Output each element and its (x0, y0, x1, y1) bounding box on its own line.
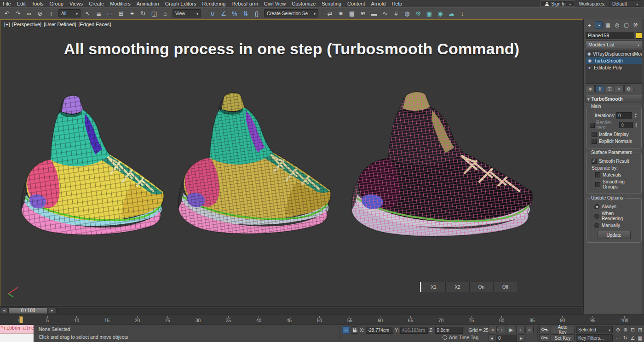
listener-line[interactable] (0, 334, 34, 342)
menu-item[interactable]: Modifiers (110, 1, 131, 6)
select-and-move[interactable]: + (127, 8, 137, 18)
menu-item[interactable]: RebusFarm (231, 1, 258, 6)
y-coordinate-field[interactable]: 416.163cm (400, 327, 428, 334)
snaps-toggle[interactable]: ∪ (207, 8, 218, 18)
zoom-extents-button[interactable]: ⊡ (629, 326, 636, 333)
go-to-end-button[interactable]: » (525, 326, 534, 333)
set-key-button[interactable]: Set Key (551, 334, 575, 342)
pin-stack-button[interactable]: ∗ (586, 85, 595, 92)
unlink-selection-button[interactable]: ⊘ (35, 8, 45, 18)
material-editor-button[interactable]: ◍ (402, 8, 412, 18)
tab-create[interactable]: + (586, 21, 593, 29)
track-bar-ruler[interactable]: 0510152025303540455055606570758085909510… (0, 314, 644, 325)
sign-in-button[interactable]: Sign In (540, 0, 575, 7)
play-button[interactable]: ▶ (507, 326, 515, 333)
reference-coordinate-dropdown[interactable]: View (172, 9, 201, 17)
render-in-cloud-button[interactable]: ☁ (446, 8, 456, 18)
zoom-all-button[interactable]: ⊜ (622, 326, 629, 333)
overlay-button[interactable]: Off (493, 282, 517, 292)
overlay-button[interactable]: X2 (445, 282, 469, 292)
modifier-visibility-icon[interactable]: ◉ (587, 58, 592, 63)
zoom-button[interactable]: ⊕ (615, 326, 621, 333)
modifier-visibility-icon[interactable]: ▸ (587, 65, 592, 70)
configure-modifier-sets-button[interactable]: ⚙ (624, 85, 633, 92)
select-and-place-button[interactable]: ⌂ (160, 8, 170, 18)
render-iters-spinner[interactable] (634, 122, 638, 128)
menu-item[interactable]: Graph Editors (165, 1, 196, 6)
render-production-button[interactable]: ◉ (435, 8, 445, 18)
explicit-normals-checkbox[interactable] (592, 139, 597, 144)
rectangular-selection-region-button[interactable]: ▭ (105, 8, 115, 18)
time-slider[interactable]: ◂ 0 / 100 ▸ (0, 306, 583, 314)
remove-modifier-button[interactable]: × (615, 85, 624, 92)
menu-item[interactable]: Help (391, 1, 402, 6)
modifier-visibility-icon[interactable]: ◉ (587, 51, 591, 56)
edit-named-selection-sets-button[interactable]: {} (252, 8, 262, 18)
menu-item[interactable]: File (3, 1, 11, 6)
modifier-stack-row[interactable]: ◉ TurboSmooth (586, 57, 642, 64)
make-unique-button[interactable]: ◫ (605, 85, 614, 92)
render-setup-button[interactable]: ⚙ (413, 8, 423, 18)
menu-item[interactable]: Scripting (322, 1, 341, 6)
menu-item[interactable]: Arnold (371, 1, 386, 6)
menu-item[interactable]: Rendering (202, 1, 226, 6)
go-to-start-button[interactable]: « (489, 326, 497, 333)
render-iters-field[interactable]: 0 (619, 122, 632, 128)
materials-checkbox[interactable] (595, 172, 600, 177)
menu-item[interactable]: Create (89, 1, 104, 6)
time-slider-handle[interactable]: 0 / 100 (8, 308, 48, 314)
maxscript-mini-listener[interactable]: "ribbon alre (0, 325, 34, 342)
auto-key-button[interactable]: Auto Key (551, 326, 575, 333)
toggle-layer-explorer-button[interactable]: ≋ (358, 8, 368, 18)
iterations-spinner[interactable] (633, 112, 638, 119)
overlay-button[interactable]: On (469, 282, 493, 292)
tab-utilities[interactable]: ⚒ (632, 21, 639, 29)
perspective-viewport[interactable]: [+][Perspective][User Defined][Edged Fac… (0, 19, 583, 306)
panel-scrollbar[interactable] (642, 19, 644, 314)
always-radio[interactable] (594, 204, 599, 209)
key-mode-dropdown[interactable]: Selected (576, 326, 613, 333)
menu-item[interactable]: Edit (17, 1, 26, 6)
previous-frame-button[interactable]: ‹ (498, 326, 506, 333)
previous-key-button[interactable]: ◂ (489, 334, 495, 342)
set-keys-button[interactable] (539, 326, 549, 333)
orbit-button[interactable]: ↻ (622, 334, 629, 342)
modifier-stack-row[interactable]: ◉ VRayDisplacementMod (586, 50, 642, 57)
zoom-region-button[interactable]: ⊞ (637, 326, 644, 333)
mirror-button[interactable]: ⇄ (325, 8, 335, 18)
select-and-scale-button[interactable]: ◱ (149, 8, 159, 18)
select-by-name-button[interactable]: ≣ (94, 8, 104, 18)
percent-snap-toggle[interactable]: % (230, 8, 240, 18)
z-coordinate-field[interactable]: 0.0cm (435, 327, 463, 334)
time-slider-step-back-button[interactable]: ◂ (1, 308, 7, 314)
show-end-result-button[interactable]: ‖ (595, 85, 604, 92)
update-button[interactable]: Update (598, 231, 631, 239)
overlay-button[interactable]: X1 (421, 282, 445, 292)
viewport-label-segment[interactable]: [User Defined] (44, 22, 76, 27)
iterations-field[interactable]: 0 (616, 112, 632, 119)
tab-display[interactable]: ▢ (622, 21, 630, 29)
next-frame-button[interactable]: › (516, 326, 524, 333)
menu-item[interactable]: Animation (137, 1, 159, 6)
select-object-button[interactable]: ↖ (83, 8, 93, 18)
viewport-label-segment[interactable]: [Edged Faces] (78, 22, 111, 27)
smooth-result-checkbox[interactable] (592, 159, 597, 164)
add-time-tag[interactable]: Add Time Tag (443, 335, 478, 340)
render-frame-window-button[interactable]: ▣ (424, 8, 434, 18)
absolute-mode-toggle[interactable]: ⊹ (342, 326, 350, 334)
key-filters-button[interactable]: Key Filters... (576, 334, 613, 342)
tab-modify[interactable]: ◔ (595, 21, 603, 29)
select-and-rotate-button[interactable]: ↻ (138, 8, 148, 18)
workspaces-dropdown[interactable]: Default (609, 0, 641, 7)
render-iters-checkbox[interactable] (590, 123, 595, 128)
set-key-mode-button[interactable] (539, 334, 549, 342)
manually-radio[interactable] (594, 223, 599, 228)
named-selection-sets-dropdown[interactable]: Create Selection Se (264, 9, 318, 17)
menu-item[interactable]: Customize (292, 1, 316, 6)
schematic-view-button[interactable]: # (391, 8, 401, 18)
macro-recorder-line[interactable]: "ribbon alre (0, 325, 34, 334)
when-rendering-radio[interactable] (594, 214, 599, 219)
toggle-ribbon-button[interactable]: ▬ (369, 8, 379, 18)
maximize-viewport-toggle[interactable]: ▦ (637, 334, 644, 342)
next-key-button[interactable]: ▸ (518, 334, 524, 342)
